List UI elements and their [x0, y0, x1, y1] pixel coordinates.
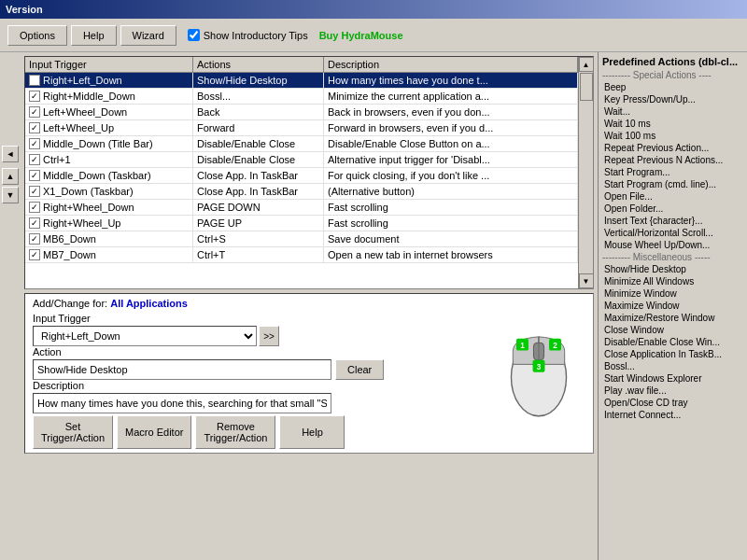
predefined-action-item[interactable]: Maximize Window	[600, 300, 745, 312]
predefined-action-item[interactable]: Start Windows Explorer	[600, 372, 745, 385]
action-cell: Ctrl+T	[193, 247, 324, 262]
buy-link[interactable]: Buy HydraMouse	[319, 30, 403, 41]
predefined-action-item[interactable]: Wait...	[600, 105, 745, 118]
row-checkbox[interactable]: ✓	[29, 91, 40, 102]
trigger-dropdown[interactable]: Right+Left_Down	[33, 326, 257, 346]
action-cell: Close App. In TaskBar	[193, 168, 324, 183]
table-row[interactable]: ✓Right+Wheel_UpPAGE UPFast scrolling	[25, 216, 578, 231]
table-row[interactable]: ✓X1_Down (Taskbar)Close App. In TaskBar(…	[25, 184, 578, 200]
section-separator: --------- Special Actions ----	[600, 69, 745, 81]
right-panel-title: Predefined Actions (dbl-cl...	[600, 54, 745, 69]
help-bottom-button[interactable]: Help	[279, 415, 345, 449]
description-cell: Fast scrolling	[324, 200, 578, 215]
table-row[interactable]: ✓MB7_DownCtrl+TOpen a new tab in interne…	[25, 247, 578, 263]
predefined-action-item[interactable]: Mouse Wheel Up/Down...	[600, 239, 745, 251]
clear-button[interactable]: Clear	[335, 359, 384, 380]
left-nav-btn-3[interactable]: ▼	[2, 187, 19, 203]
trigger-cell: ✓Left+Wheel_Up	[25, 120, 193, 135]
input-trigger-section: Input Trigger Right+Left_Down >>	[33, 313, 477, 346]
macro-editor-button[interactable]: Macro Editor	[117, 415, 191, 449]
svg-text:1: 1	[520, 341, 525, 350]
trigger-cell: ✓Middle_Down (Title Bar)	[25, 136, 193, 151]
predefined-action-item[interactable]: Minimize Window	[600, 287, 745, 300]
table-row[interactable]: ✓Right+Left_DownShow/Hide DesktopHow man…	[25, 73, 578, 89]
row-checkbox[interactable]: ✓	[29, 186, 40, 197]
predefined-action-item[interactable]: Open Folder...	[600, 203, 745, 215]
description-cell: How many times have you done t...	[324, 73, 578, 88]
predefined-action-item[interactable]: Start Program (cmd. line)...	[600, 178, 745, 190]
table-row[interactable]: ✓Right+Wheel_DownPAGE DOWNFast scrolling	[25, 200, 578, 216]
predefined-action-item[interactable]: Bossl...	[600, 360, 745, 372]
table-scrollbar[interactable]: ▲ ▼	[578, 57, 593, 288]
remove-trigger-button[interactable]: RemoveTrigger/Action	[195, 415, 275, 449]
trigger-cell: ✓Right+Left_Down	[25, 73, 193, 88]
table-row[interactable]: ✓Left+Wheel_UpForwardForward in browsers…	[25, 120, 578, 136]
table-row[interactable]: ✓Middle_Down (Title Bar)Disable/Enable C…	[25, 136, 578, 152]
predefined-action-item[interactable]: Open/Close CD tray	[600, 397, 745, 409]
predefined-action-item[interactable]: Open File...	[600, 190, 745, 203]
trigger-table: Input Trigger Actions Description ✓Right…	[24, 56, 594, 289]
action-cell: Close App. In TaskBar	[193, 184, 324, 199]
add-change-form: Add/Change for: All Applications Input T…	[24, 293, 594, 454]
right-panel: Predefined Actions (dbl-cl... --------- …	[598, 52, 747, 560]
action-cell: Forward	[193, 120, 324, 135]
set-trigger-button[interactable]: SetTrigger/Action	[33, 415, 113, 449]
row-checkbox[interactable]: ✓	[29, 154, 40, 165]
row-checkbox[interactable]: ✓	[29, 75, 40, 86]
left-nav-btn-2[interactable]: ▲	[2, 168, 19, 185]
trigger-next-btn[interactable]: >>	[259, 326, 279, 346]
row-checkbox[interactable]: ✓	[29, 122, 40, 133]
table-row[interactable]: ✓Left+Wheel_DownBackBack in browsers, ev…	[25, 105, 578, 120]
action-input[interactable]	[33, 359, 331, 380]
predefined-action-item[interactable]: Start Program...	[600, 166, 745, 178]
show-tips-label: Show Introductory Tips	[204, 30, 308, 41]
predefined-action-item[interactable]: Vertical/Horizontal Scroll...	[600, 227, 745, 239]
predefined-action-item[interactable]: Key Press/Down/Up...	[600, 93, 745, 105]
predefined-action-item[interactable]: Play .wav file...	[600, 385, 745, 397]
show-tips-checkbox[interactable]	[188, 29, 200, 41]
predefined-action-item[interactable]: Close Window	[600, 324, 745, 336]
predefined-action-item[interactable]: Wait 100 ms	[600, 130, 745, 142]
row-checkbox[interactable]: ✓	[29, 217, 40, 229]
scroll-thumb[interactable]	[580, 73, 593, 101]
predefined-action-item[interactable]: Internet Connect...	[600, 409, 745, 421]
description-input[interactable]	[33, 393, 331, 413]
predefined-action-item[interactable]: Repeat Previous N Actions...	[600, 154, 745, 166]
form-area: Input Trigger Right+Left_Down >> Action	[33, 313, 585, 449]
predefined-action-item[interactable]: Insert Text {character}...	[600, 215, 745, 227]
predefined-action-item[interactable]: Beep	[600, 81, 745, 93]
table-row[interactable]: ✓MB6_DownCtrl+SSave document	[25, 231, 578, 247]
scroll-up[interactable]: ▲	[579, 57, 594, 72]
help-button[interactable]: Help	[71, 25, 117, 46]
action-cell: Back	[193, 105, 324, 119]
trigger-cell: ✓Middle_Down (Taskbar)	[25, 168, 193, 183]
wizard-button[interactable]: Wizard	[120, 25, 176, 46]
action-cell: PAGE DOWN	[193, 200, 324, 215]
action-cell: Show/Hide Desktop	[193, 73, 324, 88]
description-cell: Disable/Enable Close Button on a...	[324, 136, 578, 151]
left-nav-btn-1[interactable]: ◄	[2, 146, 19, 162]
predefined-action-item[interactable]: Repeat Previous Action...	[600, 142, 745, 154]
predefined-action-item[interactable]: Wait 10 ms	[600, 118, 745, 130]
table-row[interactable]: ✓Right+Middle_DownBossl...Minimize the c…	[25, 89, 578, 105]
col-description: Description	[324, 57, 578, 72]
section-separator: --------- Miscellaneous -----	[600, 251, 745, 263]
predefined-action-item[interactable]: Close Application In TaskB...	[600, 348, 745, 360]
description-cell: Fast scrolling	[324, 216, 578, 231]
row-checkbox[interactable]: ✓	[29, 202, 40, 213]
predefined-action-item[interactable]: Disable/Enable Close Win...	[600, 336, 745, 348]
options-button[interactable]: Options	[7, 25, 67, 46]
row-checkbox[interactable]: ✓	[29, 233, 40, 245]
row-checkbox[interactable]: ✓	[29, 170, 40, 181]
row-checkbox[interactable]: ✓	[29, 249, 40, 260]
col-actions: Actions	[193, 57, 324, 72]
trigger-cell: ✓MB6_Down	[25, 231, 193, 246]
table-row[interactable]: ✓Middle_Down (Taskbar)Close App. In Task…	[25, 168, 578, 184]
table-row[interactable]: ✓Ctrl+1Disable/Enable CloseAlternative i…	[25, 152, 578, 168]
predefined-action-item[interactable]: Maximize/Restore Window	[600, 312, 745, 324]
predefined-action-item[interactable]: Show/Hide Desktop	[600, 263, 745, 275]
predefined-action-item[interactable]: Minimize All Windows	[600, 275, 745, 287]
scroll-down[interactable]: ▼	[579, 273, 594, 288]
row-checkbox[interactable]: ✓	[29, 138, 40, 149]
row-checkbox[interactable]: ✓	[29, 106, 40, 118]
